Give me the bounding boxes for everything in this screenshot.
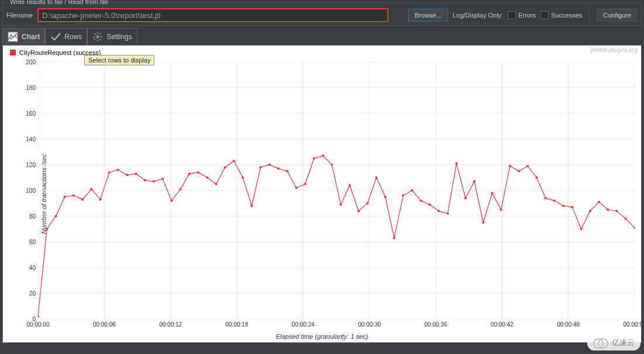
tab-settings[interactable]: Settings <box>87 28 137 45</box>
svg-point-52 <box>224 166 226 168</box>
svg-point-48 <box>188 172 191 175</box>
log-only-label: Log/Display Only: <box>453 12 503 19</box>
configure-button[interactable]: Configure <box>597 9 638 22</box>
svg-point-69 <box>376 176 378 179</box>
svg-point-93 <box>589 210 591 212</box>
svg-rect-7 <box>99 39 102 41</box>
browse-button[interactable]: Browse... <box>408 9 448 22</box>
svg-point-78 <box>456 162 458 165</box>
gear-icon <box>92 32 103 42</box>
y-tick: 60 <box>29 239 36 245</box>
x-tick: 00:00:18 <box>226 321 249 328</box>
svg-point-56 <box>260 166 262 168</box>
watermark-logo-icon <box>593 338 608 348</box>
svg-point-63 <box>322 155 324 157</box>
y-tick: 160 <box>26 110 36 117</box>
y-tick: 20 <box>29 290 36 297</box>
svg-point-62 <box>313 157 315 159</box>
svg-point-57 <box>268 164 271 166</box>
svg-point-38 <box>99 198 102 200</box>
rows-tooltip: Select rows to display <box>84 55 154 65</box>
svg-point-85 <box>518 170 520 172</box>
svg-point-59 <box>286 170 288 172</box>
svg-point-34 <box>64 196 66 198</box>
svg-point-33 <box>54 215 57 217</box>
tab-bar: Chart Rows Settings <box>2 28 642 45</box>
tab-chart[interactable]: Chart <box>2 28 45 45</box>
svg-point-86 <box>526 165 529 167</box>
svg-point-60 <box>295 187 297 189</box>
svg-point-92 <box>580 228 583 230</box>
svg-point-43 <box>144 179 146 181</box>
svg-point-70 <box>384 196 387 198</box>
chart-series <box>38 62 635 319</box>
x-tick: 00:00:54 <box>624 321 644 328</box>
svg-point-75 <box>429 203 431 206</box>
svg-rect-9 <box>94 38 96 40</box>
svg-point-72 <box>402 195 404 197</box>
svg-point-89 <box>553 200 556 202</box>
x-tick: 00:00:36 <box>425 321 447 328</box>
filename-input[interactable] <box>37 8 388 22</box>
svg-point-76 <box>438 210 440 212</box>
x-tick: 00:00:42 <box>491 321 514 328</box>
x-tick: 00:00:24 <box>292 321 315 328</box>
x-tick: 00:00:12 <box>159 321 182 328</box>
tab-rows[interactable]: Rows <box>45 28 87 45</box>
chart-icon <box>8 32 18 42</box>
svg-point-81 <box>482 221 484 224</box>
errors-checkbox[interactable]: Errors <box>508 11 536 19</box>
svg-point-35 <box>73 195 75 197</box>
svg-point-32 <box>46 228 48 230</box>
svg-point-73 <box>411 189 413 192</box>
svg-rect-3 <box>97 40 98 41</box>
y-tick: 120 <box>26 162 36 168</box>
chart-panel: CityRouteRequest (success) jmeter-plugin… <box>2 45 642 343</box>
successes-checkbox[interactable]: Successes <box>540 11 582 19</box>
svg-point-71 <box>393 237 395 239</box>
y-tick: 140 <box>26 136 36 143</box>
x-axis-label: Elapsed time (granularity: 1 sec) <box>3 333 641 340</box>
svg-point-96 <box>616 210 618 212</box>
svg-point-55 <box>250 204 253 207</box>
svg-point-97 <box>625 217 627 220</box>
svg-point-74 <box>420 200 422 202</box>
x-tick: 00:00:30 <box>358 321 381 328</box>
svg-point-54 <box>242 176 244 179</box>
svg-point-65 <box>340 203 342 206</box>
svg-point-41 <box>126 174 128 176</box>
y-tick: 200 <box>26 59 36 65</box>
svg-point-88 <box>545 197 547 199</box>
svg-point-64 <box>330 164 333 166</box>
x-tick: 00:00:06 <box>93 321 116 328</box>
svg-point-90 <box>562 204 564 207</box>
svg-point-44 <box>153 181 155 183</box>
svg-rect-4 <box>93 36 95 37</box>
plot-area[interactable] <box>38 62 635 319</box>
checkmark-icon <box>50 32 61 42</box>
svg-point-95 <box>607 209 609 211</box>
svg-rect-5 <box>101 36 102 37</box>
plugin-credit: jmeter-plugins.org <box>591 47 638 53</box>
svg-point-36 <box>81 198 84 200</box>
x-tick: 00:00:00 <box>27 321 50 328</box>
svg-point-45 <box>161 178 164 180</box>
svg-point-37 <box>90 188 92 190</box>
legend-swatch <box>10 50 16 55</box>
svg-point-84 <box>509 165 511 167</box>
x-tick: 00:00:48 <box>557 321 580 328</box>
watermark: 亿速云 <box>587 335 640 350</box>
svg-point-49 <box>197 171 199 173</box>
svg-point-31 <box>38 315 39 318</box>
svg-point-83 <box>500 209 502 211</box>
svg-point-94 <box>598 201 600 203</box>
tab-rows-label: Rows <box>64 33 82 41</box>
svg-point-82 <box>491 192 493 194</box>
svg-point-68 <box>366 202 369 204</box>
svg-point-66 <box>349 184 351 186</box>
file-panel-legend: Write results to file / Read from file <box>8 0 111 5</box>
svg-point-87 <box>536 176 538 179</box>
svg-point-1 <box>96 35 99 39</box>
svg-point-79 <box>464 197 467 199</box>
filename-label: Filename <box>6 12 33 19</box>
